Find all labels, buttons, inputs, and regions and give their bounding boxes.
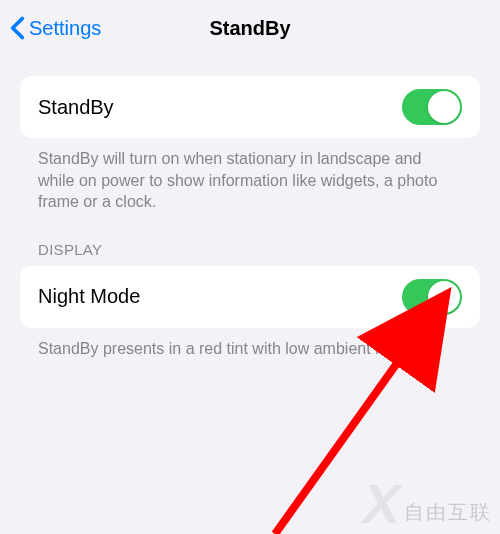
back-label: Settings bbox=[29, 17, 101, 40]
night-mode-toggle-cell[interactable]: Night Mode bbox=[20, 266, 480, 328]
standby-toggle-label: StandBy bbox=[38, 96, 114, 119]
navigation-header: Settings StandBy bbox=[0, 0, 500, 56]
content-area: StandBy StandBy will turn on when statio… bbox=[0, 56, 500, 359]
standby-toggle[interactable] bbox=[402, 89, 462, 125]
display-section-header: DISPLAY bbox=[20, 241, 480, 266]
night-mode-toggle-label: Night Mode bbox=[38, 285, 140, 308]
back-button[interactable]: Settings bbox=[10, 16, 101, 40]
standby-section: StandBy StandBy will turn on when statio… bbox=[20, 76, 480, 213]
chevron-left-icon bbox=[10, 16, 25, 40]
display-footer-text: StandBy presents in a red tint with low … bbox=[20, 328, 480, 360]
night-mode-toggle[interactable] bbox=[402, 279, 462, 315]
standby-toggle-cell[interactable]: StandBy bbox=[20, 76, 480, 138]
svg-line-1 bbox=[275, 352, 405, 534]
standby-footer-text: StandBy will turn on when stationary in … bbox=[20, 138, 480, 213]
page-title: StandBy bbox=[209, 17, 290, 40]
toggle-knob bbox=[428, 281, 460, 313]
watermark-logo-icon: X bbox=[363, 471, 400, 534]
display-section: DISPLAY Night Mode StandBy presents in a… bbox=[20, 241, 480, 360]
toggle-knob bbox=[428, 91, 460, 123]
watermark-text: 自由互联 bbox=[404, 499, 492, 526]
